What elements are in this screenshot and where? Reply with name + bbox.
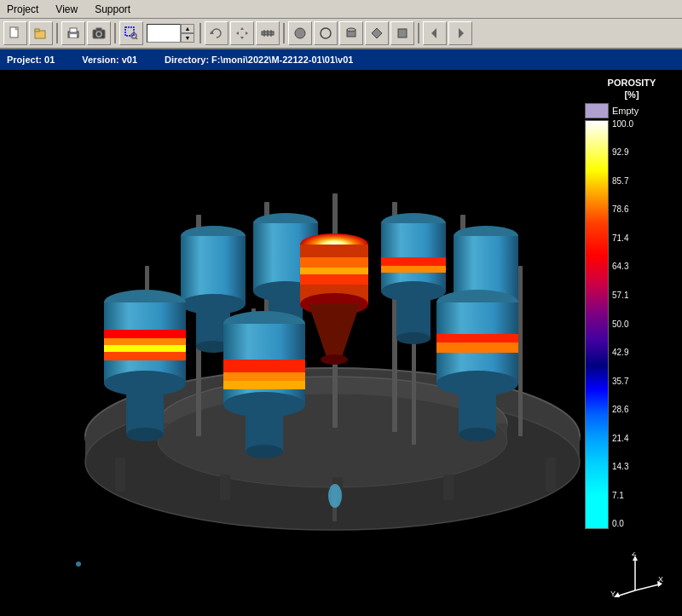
legend-value-label: 85.7 xyxy=(612,177,633,186)
viewport[interactable]: POROSITY[%] Empty 100.092.985.778.671.46… xyxy=(0,70,682,616)
legend-value-label: 28.6 xyxy=(612,406,633,414)
toolbar-btn-square[interactable] xyxy=(390,21,414,45)
toolbar-btn-print[interactable] xyxy=(61,21,85,45)
axis-indicator: Z Y X xyxy=(610,552,665,599)
legend-value-label: 100.0 xyxy=(612,120,633,129)
menu-project[interactable]: Project xyxy=(3,2,42,17)
svg-rect-96 xyxy=(246,405,283,452)
spinbox-container: 126 ▲ ▼ xyxy=(147,24,194,43)
svg-rect-10 xyxy=(125,27,134,36)
toolbar-btn-pan[interactable] xyxy=(230,21,254,45)
toolbar-separator-5 xyxy=(418,23,419,43)
toolbar-btn-cylinder[interactable] xyxy=(339,21,363,45)
svg-text:Z: Z xyxy=(632,552,637,557)
scene-svg xyxy=(0,70,682,616)
svg-marker-28 xyxy=(431,28,436,38)
status-version: Version: v01 xyxy=(82,55,137,65)
spin-up[interactable]: ▲ xyxy=(181,24,194,33)
legend-value-label: 21.4 xyxy=(612,435,633,443)
toolbar-btn-next[interactable] xyxy=(448,21,472,45)
svg-marker-26 xyxy=(372,28,382,38)
svg-point-104 xyxy=(459,428,496,441)
svg-point-23 xyxy=(321,28,331,38)
svg-rect-3 xyxy=(35,29,39,32)
legend-value-label: 71.4 xyxy=(612,234,633,243)
legend-gradient-container: 100.092.985.778.671.464.357.150.042.935.… xyxy=(585,120,679,529)
legend-value-label: 57.1 xyxy=(612,291,633,300)
toolbar: 126 ▲ ▼ xyxy=(0,19,682,49)
svg-rect-50 xyxy=(518,266,523,436)
toolbar-btn-prev[interactable] xyxy=(423,21,447,45)
spin-down[interactable]: ▼ xyxy=(181,33,194,43)
legend-value-label: 42.9 xyxy=(612,348,633,357)
toolbar-btn-measure[interactable] xyxy=(256,21,280,45)
legend-title: POROSITY[%] xyxy=(585,77,679,101)
status-project: Project: 01 xyxy=(7,55,55,65)
svg-text:Y: Y xyxy=(610,590,616,598)
svg-rect-6 xyxy=(70,34,77,37)
toolbar-btn-sphere[interactable] xyxy=(288,21,312,45)
svg-rect-37 xyxy=(220,475,230,500)
svg-rect-103 xyxy=(459,383,496,435)
svg-point-97 xyxy=(246,445,283,458)
svg-marker-15 xyxy=(240,37,244,39)
menu-view[interactable]: View xyxy=(52,2,81,17)
toolbar-btn-zoom-box[interactable] xyxy=(119,21,143,45)
legend-labels: 100.092.985.778.671.464.357.150.042.935.… xyxy=(612,120,633,529)
svg-line-111 xyxy=(635,584,659,590)
legend-empty-row: Empty xyxy=(585,103,679,118)
toolbar-btn-open[interactable] xyxy=(29,21,53,45)
legend-value-label: 0.0 xyxy=(612,520,633,528)
svg-rect-39 xyxy=(443,475,454,500)
legend-value-label: 78.6 xyxy=(612,205,633,214)
svg-point-106 xyxy=(76,561,81,567)
svg-point-89 xyxy=(126,428,164,441)
svg-rect-9 xyxy=(96,28,101,31)
legend-value-label: 92.9 xyxy=(612,148,633,157)
svg-rect-101 xyxy=(436,343,518,353)
svg-text:X: X xyxy=(658,575,663,584)
svg-rect-5 xyxy=(70,28,77,32)
toolbar-btn-camera[interactable] xyxy=(87,21,111,45)
svg-point-105 xyxy=(328,484,342,508)
svg-rect-63 xyxy=(300,257,368,268)
toolbar-separator-3 xyxy=(199,23,201,43)
toolbar-separator-4 xyxy=(283,23,285,43)
legend-gradient-bar xyxy=(585,120,609,529)
svg-marker-17 xyxy=(246,32,248,35)
svg-rect-40 xyxy=(546,458,556,492)
svg-rect-64 xyxy=(300,268,368,274)
legend-empty-swatch xyxy=(585,103,609,118)
toolbar-btn-diamond[interactable] xyxy=(365,21,389,45)
legend-value-label: 35.7 xyxy=(612,377,633,386)
color-legend: POROSITY[%] Empty 100.092.985.778.671.46… xyxy=(585,77,679,529)
svg-rect-36 xyxy=(115,458,125,492)
toolbar-btn-rotate[interactable] xyxy=(205,21,228,45)
svg-rect-88 xyxy=(126,383,164,435)
svg-rect-94 xyxy=(223,381,305,389)
svg-point-25 xyxy=(347,28,355,32)
spinbox-input[interactable]: 126 xyxy=(147,24,181,43)
toolbar-btn-new[interactable] xyxy=(3,21,27,45)
svg-line-12 xyxy=(136,37,137,39)
svg-point-68 xyxy=(321,354,348,365)
legend-value-label: 7.1 xyxy=(612,492,633,500)
status-directory: Directory: F:\moni\2022\M-22122-01\01\v0… xyxy=(165,55,353,65)
legend-empty-label: Empty xyxy=(612,106,639,116)
svg-point-22 xyxy=(295,28,305,38)
toolbar-separator-2 xyxy=(114,23,116,43)
svg-marker-16 xyxy=(236,32,239,35)
svg-marker-29 xyxy=(459,28,464,38)
toolbar-separator-1 xyxy=(56,23,58,43)
spin-buttons: ▲ ▼ xyxy=(181,24,194,43)
svg-rect-85 xyxy=(104,345,186,352)
menu-bar: Project View Support xyxy=(0,0,682,19)
toolbar-btn-circle[interactable] xyxy=(314,21,338,45)
legend-value-label: 50.0 xyxy=(612,320,633,329)
svg-marker-67 xyxy=(309,304,360,360)
svg-rect-72 xyxy=(381,266,446,273)
svg-rect-27 xyxy=(398,29,407,37)
svg-rect-65 xyxy=(300,274,368,285)
menu-support[interactable]: Support xyxy=(91,2,134,17)
svg-rect-74 xyxy=(396,291,431,338)
